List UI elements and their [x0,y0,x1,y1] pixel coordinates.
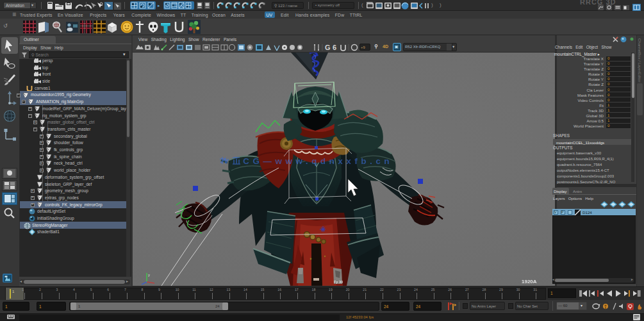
svg-text:Fy 30: Fy 30 [334,280,343,284]
svg-text:y: y [148,273,150,277]
svg-text:CG—www.qdnxxfb.cn: CG—www.qdnxxfb.cn [243,156,393,166]
svg-text:G: G [325,44,331,51]
svg-text:6: 6 [333,44,336,51]
svg-text:1920A: 1920A [522,279,537,284]
